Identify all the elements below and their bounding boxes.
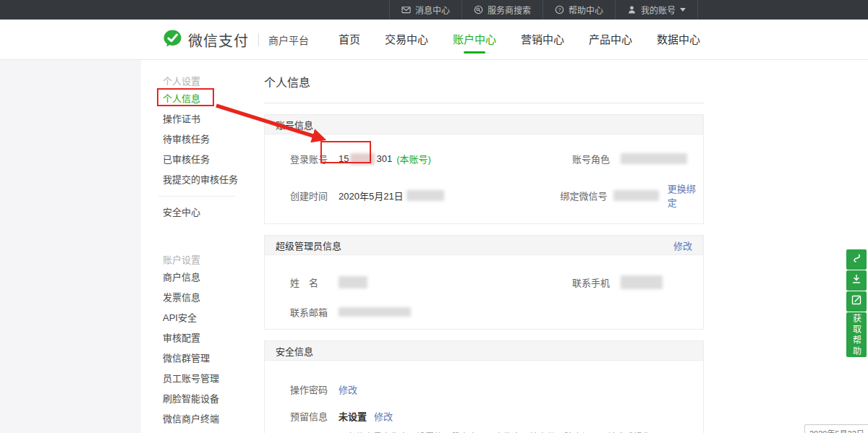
nav-tab-data-center[interactable]: 数据中心 — [657, 20, 700, 60]
brand-divider — [258, 33, 259, 46]
redacted-created-time — [407, 190, 444, 201]
change-binding-link[interactable]: 更换绑定 — [668, 181, 703, 209]
left-gutter — [0, 60, 141, 433]
nav-tab-transaction-center[interactable]: 交易中心 — [385, 20, 428, 60]
sidebar-item-face-recognition-devices[interactable]: 刷脸智能设备 — [163, 389, 250, 409]
redacted-admin-name — [339, 276, 367, 288]
chevron-down-icon — [680, 8, 686, 12]
sidebar-item-personal-info[interactable]: 个人信息 — [163, 89, 250, 109]
security-info-section: 安全信息 操作密码 修改 预留信息 未设置 修改 预留 — [264, 340, 704, 433]
brand: 微信支付 商户平台 — [163, 20, 309, 60]
topbar-item-help-center[interactable]: ? 帮助中心 — [542, 0, 615, 20]
link-button[interactable] — [846, 249, 867, 270]
wechat-pay-logo-icon — [163, 29, 182, 51]
download-icon — [851, 274, 861, 287]
sidebar-divider — [158, 196, 235, 197]
reserved-info-edit-link[interactable]: 修改 — [374, 409, 393, 423]
security-row-password: 操作密码 修改 — [265, 382, 703, 396]
feedback-button[interactable] — [846, 291, 867, 312]
sidebar-item-merchant-info[interactable]: 商户信息 — [163, 267, 250, 288]
svg-text:?: ? — [558, 7, 561, 13]
merchant-platform-page: 消息中心 服务商搜索 ? 帮助中心 — [0, 0, 868, 433]
admin-edit-link[interactable]: 修改 — [673, 239, 692, 252]
search-icon — [474, 5, 483, 14]
section-title: 账号信息 — [276, 118, 313, 132]
sidebar-header-personal-settings: 个人设置 — [163, 74, 250, 89]
sidebar-header-account-settings: 账户设置 — [163, 253, 250, 267]
brand-subtitle: 商户平台 — [268, 33, 309, 47]
sidebar-item-reviewed-tasks[interactable]: 已审核任务 — [163, 150, 250, 170]
account-info-section: 账号信息 登录账号 15 301 (本账号) 账号角色 — [264, 114, 704, 224]
contact-email-label: 联系邮箱 — [290, 305, 330, 319]
created-time-label: 创建时间 — [290, 189, 330, 202]
operation-password-label: 操作密码 — [290, 382, 330, 396]
floating-toolbar: 获取帮助 — [846, 249, 867, 357]
page-title: 个人信息 — [264, 60, 704, 103]
admin-name-label: 姓 名 — [290, 275, 330, 289]
created-time-value: 2020年5月21日 — [339, 189, 444, 202]
bound-wechat-label: 绑定微信号 — [561, 189, 605, 202]
sidebar-item-my-submitted-review-tasks[interactable]: 我提交的审核任务 — [163, 170, 250, 190]
user-icon — [627, 5, 637, 14]
sidebar-item-security-center[interactable]: 安全中心 — [163, 202, 250, 223]
redacted-contact-phone — [621, 275, 663, 289]
sidebar-item-wechat-merchant-terminal[interactable]: 微信商户终端 — [163, 409, 250, 429]
login-account-label: 登录账号 — [290, 152, 330, 166]
sidebar-item-staff-account-management[interactable]: 员工账号管理 — [163, 369, 250, 389]
login-account-value: 15 301 (本账号) — [339, 152, 431, 166]
redacted-login-middle — [350, 153, 375, 165]
topbar-item-message-center[interactable]: 消息中心 — [389, 0, 461, 20]
envelope-icon — [401, 5, 411, 14]
contact-phone-label: 联系手机 — [572, 275, 612, 289]
redacted-account-role — [621, 153, 687, 164]
nav-tab-home[interactable]: 首页 — [339, 20, 360, 60]
sidebar: 个人设置 个人信息 操作证书 待审核任务 已审核任务 我提交的审核任务 安全中心… — [141, 60, 250, 433]
topbar: 消息中心 服务商搜索 ? 帮助中心 — [0, 0, 868, 20]
topbar-item-label: 服务商搜索 — [488, 4, 531, 16]
reserved-info-label: 预留信息 — [290, 409, 330, 423]
reserved-info-status: 未设置 — [339, 409, 367, 423]
topbar-item-label: 帮助中心 — [569, 4, 603, 16]
password-edit-link[interactable]: 修改 — [339, 382, 357, 396]
redacted-bound-wechat — [613, 190, 659, 201]
account-role-label: 账号角色 — [572, 152, 612, 166]
super-admin-section-header: 超级管理员信息 修改 — [265, 236, 703, 255]
sidebar-item-invoice-info[interactable]: 发票信息 — [163, 288, 250, 308]
nav-tab-product-center[interactable]: 产品中心 — [589, 20, 632, 60]
nav-tab-marketing-center[interactable]: 营销中心 — [521, 20, 564, 60]
get-help-button[interactable]: 获取帮助 — [846, 312, 867, 357]
section-title: 超级管理员信息 — [276, 239, 341, 252]
current-account-note: (本账号) — [396, 152, 431, 166]
sidebar-item-wechat-group-management[interactable]: 微信群管理 — [163, 348, 250, 369]
sidebar-item-review-config[interactable]: 审核配置 — [163, 328, 250, 348]
topbar-item-service-provider-search[interactable]: 服务商搜索 — [461, 0, 542, 20]
admin-info-row: 姓 名 联系手机 — [265, 275, 703, 289]
redacted-contact-email — [339, 307, 411, 317]
account-info-row: 登录账号 15 301 (本账号) 账号角色 — [265, 152, 703, 166]
main-nav: 首页 交易中心 账户中心 营销中心 产品中心 数据中心 — [339, 20, 700, 60]
security-row-reserved: 预留信息 未设置 修改 — [265, 409, 703, 423]
main-content: 个人信息 账号信息 登录账号 15 301 (本账号) — [264, 60, 704, 433]
sidebar-item-operation-certificate[interactable]: 操作证书 — [163, 109, 250, 129]
download-button[interactable] — [846, 270, 867, 291]
account-info-section-header: 账号信息 — [265, 115, 703, 134]
topbar-item-my-account[interactable]: 我的账号 — [615, 0, 698, 20]
account-info-row: 创建时间 2020年5月21日 绑定微信号 更换绑定 — [265, 181, 703, 209]
admin-info-row: 联系邮箱 — [265, 305, 703, 319]
sidebar-item-api-security[interactable]: API安全 — [163, 308, 250, 328]
sidebar-item-pending-review-tasks[interactable]: 待审核任务 — [163, 129, 250, 150]
topbar-menu: 消息中心 服务商搜索 ? 帮助中心 — [389, 0, 698, 20]
header: 微信支付 商户平台 首页 交易中心 账户中心 营销中心 产品中心 数据中心 — [0, 20, 868, 60]
date-tooltip: 2020年5月22日 — [804, 424, 868, 433]
security-info-section-header: 安全信息 — [265, 341, 703, 361]
nav-tab-account-center[interactable]: 账户中心 — [453, 20, 496, 60]
topbar-item-label: 消息中心 — [415, 4, 450, 16]
link-icon — [851, 253, 861, 266]
topbar-item-label: 我的账号 — [641, 4, 676, 16]
sidebar-spacer — [141, 223, 250, 244]
super-admin-section: 超级管理员信息 修改 姓 名 联系手机 联系邮箱 — [264, 235, 704, 330]
edit-icon — [851, 295, 861, 308]
brand-name: 微信支付 — [188, 30, 249, 51]
question-icon: ? — [555, 5, 564, 14]
section-title: 安全信息 — [276, 344, 313, 358]
